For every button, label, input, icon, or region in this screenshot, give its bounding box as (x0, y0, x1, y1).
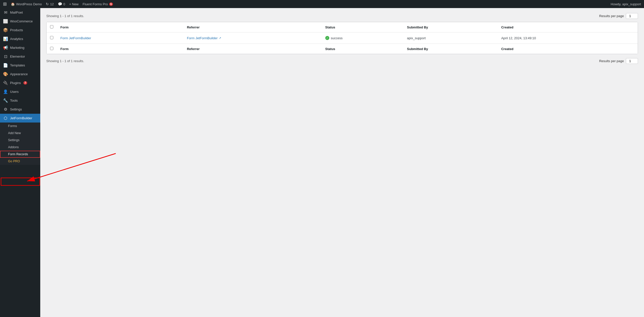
submenu-addons[interactable]: Addons (0, 144, 40, 151)
elementor-icon: ⊡ (3, 54, 8, 59)
sidebar-item-products[interactable]: 📦 Products (0, 26, 40, 34)
submenu-form-records[interactable]: Form Records (0, 151, 40, 158)
referrer-link[interactable]: Form JetFormBuilder ↗ (187, 36, 318, 40)
form-link[interactable]: Form JetFormBuilder (60, 36, 91, 40)
admin-sidebar: ✉ MailPoet ⬜ WooCommerce 📦 Products 📊 An… (0, 8, 40, 317)
settings-icon: ⚙ (3, 107, 8, 112)
row-checkbox-cell (47, 32, 57, 44)
sidebar-item-mailpoet[interactable]: ✉ MailPoet (0, 8, 40, 17)
results-per-page-input-bottom[interactable] (626, 58, 638, 64)
adminbar-comments[interactable]: 💬 0 (58, 2, 65, 6)
table-footer-row: Form Referrer Status Submitted By Create… (47, 44, 638, 54)
sidebar-item-analytics[interactable]: 📊 Analytics (0, 34, 40, 43)
row-referrer: Form JetFormBuilder ↗ (183, 32, 322, 44)
sidebar-item-settings[interactable]: ⚙ Settings (0, 105, 40, 114)
sidebar-item-jetformbuilder[interactable]: ⬡ JetFormBuilder (0, 114, 40, 123)
results-per-page-top: Results per page (599, 13, 638, 19)
select-all-checkbox[interactable] (50, 25, 53, 28)
header-submitted-by: Submitted By (404, 22, 498, 32)
adminbar-updates[interactable]: ↻ 12 (46, 2, 54, 6)
footer-form: Form (57, 44, 183, 54)
footer-status: Status (322, 44, 404, 54)
results-per-page-label-bottom: Results per page (599, 59, 624, 63)
header-referrer: Referrer (183, 22, 322, 32)
plugin-badge: 6 (109, 3, 113, 6)
wp-logo-icon[interactable]: ⊞ (3, 1, 7, 7)
submenu-go-pro[interactable]: Go PRO (0, 158, 40, 165)
woocommerce-icon: ⬜ (3, 19, 8, 24)
showing-text-top: Showing 1 - 1 of 1 results. (46, 14, 84, 18)
showing-text-bottom: Showing 1 - 1 of 1 results. (46, 59, 84, 63)
footer-checkbox-cell (47, 44, 57, 54)
mailpoet-icon: ✉ (3, 10, 8, 15)
adminbar-site[interactable]: 🏠 WordPress Demo (11, 2, 42, 6)
adminbar-user[interactable]: Howdy, apix_support (611, 2, 641, 6)
footer-created: Created (498, 44, 638, 54)
sidebar-item-woocommerce[interactable]: ⬜ WooCommerce (0, 17, 40, 26)
footer-select-all-checkbox[interactable] (50, 47, 53, 50)
row-form: Form JetFormBuilder (57, 32, 183, 44)
analytics-icon: 📊 (3, 36, 8, 41)
jetformbuilder-icon: ⬡ (3, 116, 8, 121)
tools-icon: 🔧 (3, 98, 8, 103)
jetformbuilder-submenu: Forms Add New Settings Addons Form Recor… (0, 123, 40, 165)
results-bar-bottom: Showing 1 - 1 of 1 results. Results per … (46, 58, 638, 64)
appearance-icon: 🎨 (3, 72, 8, 76)
results-bar-top: Showing 1 - 1 of 1 results. Results per … (46, 13, 638, 19)
sidebar-item-marketing[interactable]: 📢 Marketing (0, 43, 40, 52)
adminbar-new[interactable]: + New (69, 2, 78, 6)
records-table: Form Referrer Status Submitted By Create… (46, 22, 638, 54)
status-badge: ✓ success (325, 36, 400, 40)
footer-submitted-by: Submitted By (404, 44, 498, 54)
sidebar-item-tools[interactable]: 🔧 Tools (0, 96, 40, 105)
external-link-icon: ↗ (219, 36, 221, 40)
admin-bar: ⊞ 🏠 WordPress Demo ↻ 12 💬 0 + New Fluent… (0, 0, 644, 8)
results-per-page-bottom: Results per page (599, 58, 638, 64)
table-header-row: Form Referrer Status Submitted By Create… (47, 22, 638, 32)
sidebar-item-elementor[interactable]: ⊡ Elementor (0, 52, 40, 61)
updates-icon: ↻ (46, 2, 49, 6)
templates-icon: 📄 (3, 63, 8, 68)
submenu-add-new[interactable]: Add New (0, 130, 40, 137)
plugins-icon: 🔌 (3, 81, 8, 85)
row-submitted-by: apix_support (404, 32, 498, 44)
comments-icon: 💬 (58, 2, 62, 6)
main-content: Showing 1 - 1 of 1 results. Results per … (40, 8, 644, 317)
footer-referrer: Referrer (183, 44, 322, 54)
results-per-page-input-top[interactable] (626, 13, 638, 19)
sidebar-item-appearance[interactable]: 🎨 Appearance (0, 70, 40, 78)
submenu-forms[interactable]: Forms (0, 123, 40, 130)
users-icon: 👤 (3, 89, 8, 94)
sidebar-item-templates[interactable]: 📄 Templates (0, 61, 40, 70)
marketing-icon: 📢 (3, 45, 8, 50)
header-created: Created (498, 22, 638, 32)
status-dot-success: ✓ (325, 36, 329, 40)
header-checkbox-cell (47, 22, 57, 32)
sidebar-item-users[interactable]: 👤 Users (0, 87, 40, 96)
row-status: ✓ success (322, 32, 404, 44)
products-icon: 📦 (3, 28, 8, 32)
plugins-badge: 7 (23, 81, 27, 85)
header-form: Form (57, 22, 183, 32)
sidebar-item-plugins[interactable]: 🔌 Plugins 7 (0, 78, 40, 87)
submenu-settings[interactable]: Settings (0, 137, 40, 144)
header-status: Status (322, 22, 404, 32)
table-row: Form JetFormBuilder Form JetFormBuilder … (47, 32, 638, 44)
row-created: April 12, 2024, 13:49:10 (498, 32, 638, 44)
adminbar-plugin[interactable]: Fluent Forms Pro 6 (83, 2, 113, 6)
home-icon: 🏠 (11, 2, 15, 6)
row-checkbox[interactable] (50, 36, 53, 39)
results-per-page-label-top: Results per page (599, 14, 624, 18)
